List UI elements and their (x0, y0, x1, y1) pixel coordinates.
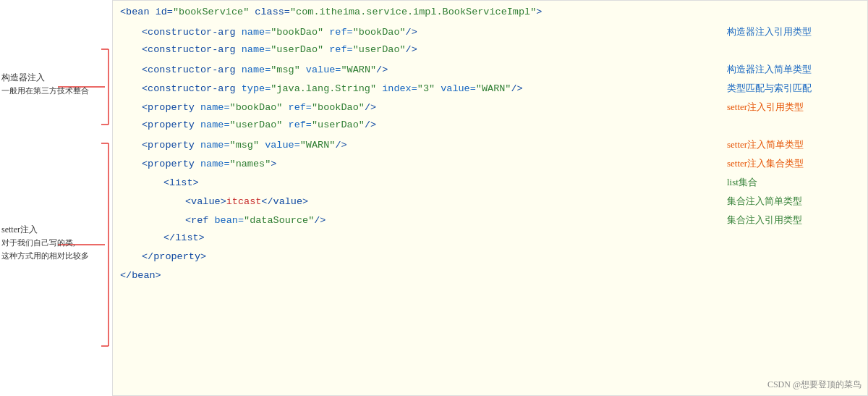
setter-annotation: setter注入 对于我们自己写的类, 这种方式用的相对比较多 (1, 223, 89, 262)
comment-text-2: 构造器注入引用类型 (727, 26, 812, 37)
comment-text-8: setter注入简单类型 (727, 139, 804, 150)
code-line-12: <ref bean="dataSource"/> 集合注入引用类型 (113, 212, 867, 231)
code-line-1: <bean id="bookService" class="com.itheim… (113, 5, 867, 24)
code-line-10: <list> list集合 (113, 174, 867, 193)
comment-1 (723, 13, 867, 14)
code-text-5: <constructor-arg type="java.lang.String"… (113, 83, 723, 95)
code-text-8: <property name="msg" value="WARN"/> (113, 139, 723, 151)
comment-text-11: 集合注入简单类型 (727, 195, 802, 206)
code-text-10: <list> (113, 177, 723, 189)
comment-text-10: list集合 (727, 177, 757, 188)
code-line-8: <property name="msg" value="WARN"/> sett… (113, 137, 867, 156)
code-line-14: </property> (113, 250, 867, 269)
code-line-7: <property name="userDao" ref="userDao"/> (113, 118, 867, 137)
code-text-1: <bean id="bookService" class="com.itheim… (113, 6, 723, 18)
comment-text-6: setter注入引用类型 (727, 101, 804, 112)
comment-text-12: 集合注入引用类型 (727, 214, 802, 225)
comment-15 (723, 277, 867, 278)
comment-9: setter注入集合类型 (723, 156, 867, 171)
code-text-7: <property name="userDao" ref="userDao"/> (113, 119, 723, 131)
comment-text-9: setter注入集合类型 (727, 158, 804, 169)
comment-13 (723, 239, 867, 240)
comment-7 (723, 126, 867, 127)
code-text-6: <property name="bookDao" ref="bookDao"/> (113, 101, 723, 114)
comment-14 (723, 258, 867, 259)
code-line-13: </list> (113, 231, 867, 250)
comment-5: 类型匹配与索引匹配 (723, 81, 867, 96)
comment-text-5: 类型匹配与索引匹配 (727, 83, 812, 93)
constructor-annotation: 构造器注入 一般用在第三方技术整合 (1, 71, 89, 98)
code-line-15: </bean> (113, 269, 867, 287)
code-text-9: <property name="names"> (113, 158, 723, 170)
comment-11: 集合注入简单类型 (723, 194, 867, 208)
comment-8: setter注入简单类型 (723, 138, 867, 152)
code-text-2: <constructor-arg name="bookDao" ref="boo… (113, 26, 723, 38)
constructor-subtitle: 一般用在第三方技术整合 (1, 85, 89, 98)
setter-line2: 这种方式用的相对比较多 (1, 250, 89, 263)
comment-4: 构造器注入简单类型 (723, 62, 867, 77)
code-line-3: <constructor-arg name="userDao" ref="use… (113, 43, 867, 62)
code-line-2: <constructor-arg name="bookDao" ref="boo… (113, 24, 867, 43)
code-text-12: <ref bean="dataSource"/> (113, 214, 723, 227)
code-text-11: <value>itcast</value> (113, 195, 723, 208)
comment-text-4: 构造器注入简单类型 (727, 64, 812, 75)
code-text-3: <constructor-arg name="userDao" ref="use… (113, 43, 723, 56)
code-panel: <bean id="bookService" class="com.itheim… (112, 0, 868, 396)
comment-10: list集合 (723, 175, 867, 190)
code-text-14: </property> (113, 250, 723, 263)
code-text-15: </bean> (113, 269, 723, 282)
comment-2: 构造器注入引用类型 (723, 25, 867, 39)
code-line-11: <value>itcast</value> 集合注入简单类型 (113, 193, 867, 212)
comment-3 (723, 51, 867, 52)
code-line-4: <constructor-arg name="msg" value="WARN"… (113, 62, 867, 80)
watermark: CSDN @想要登顶的菜鸟 (767, 379, 861, 391)
setter-line1: 对于我们自己写的类, (1, 237, 89, 250)
code-line-6: <property name="bookDao" ref="bookDao"/>… (113, 99, 867, 118)
comment-12: 集合注入引用类型 (723, 213, 867, 227)
code-text-13: </list> (113, 232, 723, 244)
setter-title: setter注入 (1, 223, 89, 237)
constructor-title: 构造器注入 (1, 71, 89, 85)
code-line-9: <property name="names"> setter注入集合类型 (113, 156, 867, 174)
code-line-5: <constructor-arg type="java.lang.String"… (113, 80, 867, 99)
comment-6: setter注入引用类型 (723, 100, 867, 114)
code-text-4: <constructor-arg name="msg" value="WARN"… (113, 64, 723, 76)
